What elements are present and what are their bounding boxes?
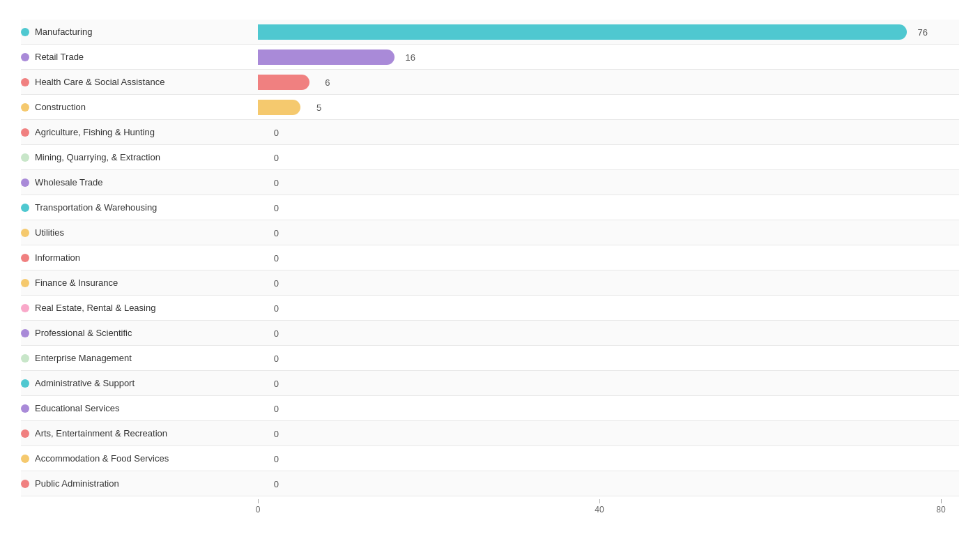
label-area: Enterprise Management [21,353,258,363]
bar-value-label: 0 [274,403,279,413]
bar-label: Transportation & Warehousing [35,202,157,213]
bar-label: Wholesale Trade [35,177,103,188]
bar-area: 16 [258,45,959,69]
bar-value-label: 0 [274,252,279,263]
dot-icon [21,304,29,312]
bar-area: 0 [258,396,959,420]
label-area: Manufacturing [21,26,258,37]
bar-row: Wholesale Trade0 [21,170,959,195]
bar-row: Retail Trade16 [21,45,959,70]
bar-value-label: 6 [325,77,330,87]
bar-label: Manufacturing [35,26,92,37]
bar: 6 [258,75,309,90]
label-area: Real Estate, Rental & Leasing [21,303,258,313]
label-area: Retail Trade [21,52,258,62]
bar-area: 0 [258,195,959,220]
dot-icon [21,178,29,187]
bar-value-label: 16 [406,52,415,62]
bar-area: 5 [258,95,959,119]
bar-row: Manufacturing76 [21,20,959,45]
label-area: Accommodation & Food Services [21,453,258,464]
bar-value-label: 0 [274,428,279,439]
bar-area: 0 [258,471,959,496]
bar-area: 0 [258,371,959,395]
bar-label: Real Estate, Rental & Leasing [35,303,155,313]
dot-icon [21,153,29,162]
dot-icon [21,455,29,463]
bar-row: Administrative & Support0 [21,371,959,396]
label-area: Construction [21,102,258,112]
dot-icon [21,204,29,212]
bar-label: Arts, Entertainment & Recreation [35,428,167,439]
dot-icon [21,254,29,262]
bar: 76 [258,24,907,40]
chart-area: Manufacturing76Retail Trade16Health Care… [21,20,959,496]
dot-icon [21,429,29,438]
bar-value-label: 0 [274,152,279,162]
label-area: Utilities [21,227,258,238]
bar-label: Agriculture, Fishing & Hunting [35,127,155,137]
bar-area: 0 [258,120,959,144]
x-axis-tick [599,499,600,503]
bar-label: Utilities [35,227,64,238]
bar-value-label: 0 [274,453,279,464]
dot-icon [21,329,29,337]
bar-row: Finance & Insurance0 [21,270,959,296]
bar-area: 0 [258,421,959,445]
x-axis: 04080 [258,499,959,516]
bar-area: 0 [258,321,959,345]
dot-icon [21,28,29,36]
bar-label: Accommodation & Food Services [35,453,169,464]
bar-value-label: 0 [274,303,279,313]
bar-row: Agriculture, Fishing & Hunting0 [21,120,959,145]
x-axis-label: 80 [936,505,945,515]
x-axis-tick [941,499,942,503]
bar-row: Information0 [21,245,959,270]
bar-label: Finance & Insurance [35,277,118,288]
bar-row: Educational Services0 [21,396,959,421]
x-axis-label: 40 [595,505,604,515]
bar-value-label: 0 [274,478,279,489]
label-area: Administrative & Support [21,378,258,388]
label-area: Agriculture, Fishing & Hunting [21,127,258,137]
x-axis-label: 0 [256,505,261,515]
label-area: Mining, Quarrying, & Extraction [21,152,258,162]
bar-area: 0 [258,245,959,270]
dot-icon [21,128,29,137]
label-area: Finance & Insurance [21,277,258,288]
bar-area: 0 [258,346,959,370]
bar-row: Transportation & Warehousing0 [21,195,959,220]
label-area: Educational Services [21,403,258,413]
bar-value-label: 5 [316,102,321,112]
dot-icon [21,354,29,363]
label-area: Information [21,252,258,263]
bar-label: Mining, Quarrying, & Extraction [35,152,160,162]
bar-row: Mining, Quarrying, & Extraction0 [21,145,959,170]
bar-area: 0 [258,220,959,245]
bar-label: Administrative & Support [35,378,135,388]
label-area: Professional & Scientific [21,328,258,338]
bar-value-label: 0 [274,353,279,363]
bar-row: Arts, Entertainment & Recreation0 [21,421,959,446]
bar-area: 0 [258,296,959,320]
bar-value-label: 0 [274,378,279,388]
label-area: Health Care & Social Assistance [21,77,258,87]
bar: 16 [258,49,395,65]
bar-row: Professional & Scientific0 [21,321,959,346]
dot-icon [21,103,29,112]
bar-value-label: 0 [274,227,279,238]
bar-area: 0 [258,170,959,195]
bar-label: Enterprise Management [35,353,132,363]
dot-icon [21,379,29,388]
bar-row: Public Administration0 [21,471,959,496]
bar-area: 6 [258,70,959,94]
bar-label: Construction [35,102,86,112]
bar-row: Health Care & Social Assistance6 [21,70,959,95]
dot-icon [21,480,29,488]
bar-value-label: 0 [274,277,279,288]
bar-label: Information [35,252,80,263]
bar-value-label: 0 [274,127,279,137]
bar-label: Professional & Scientific [35,328,132,338]
chart-wrapper: Manufacturing76Retail Trade16Health Care… [21,20,959,516]
bar-label: Educational Services [35,403,119,413]
